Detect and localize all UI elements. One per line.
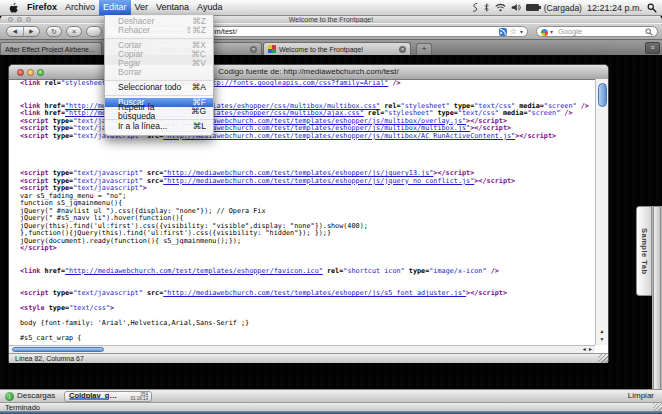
browser-toolbar: ◀ ▶ ↻ × http://mediawebchurch.com/test/ … xyxy=(0,23,662,40)
menu-item-label: Rehacer xyxy=(118,26,150,35)
downloads-bar: ↓ Descargas Coldplay_g… 054 01:16:13 Lim… xyxy=(0,389,662,402)
menu-item-label: Ir a la línea... xyxy=(118,122,167,131)
code-line xyxy=(20,140,595,148)
new-tab-button[interactable]: + xyxy=(416,43,432,55)
tab-close-icon[interactable]: × xyxy=(399,46,406,53)
source-vertical-scrollbar[interactable]: ▲ ▼ xyxy=(595,79,608,345)
rss-icon[interactable] xyxy=(499,28,507,36)
spotlight-icon[interactable] xyxy=(647,3,657,13)
search-magnifier-icon[interactable] xyxy=(645,28,653,36)
source-vscroll-thumb[interactable] xyxy=(598,83,607,107)
source-horizontal-scrollbar[interactable]: ◄ ► xyxy=(9,345,595,353)
source-window-titlebar[interactable]: Código fuente de: http://mediawebchurch.… xyxy=(9,65,608,80)
code-line: <style type="text/css"> xyxy=(20,305,595,313)
bluetooth-icon[interactable] xyxy=(483,2,490,13)
battery-status-label: (Cargada) xyxy=(544,3,582,13)
code-line: <link href="http://mediawebchurch.com/te… xyxy=(20,268,595,276)
home-button[interactable] xyxy=(86,26,102,37)
code-line xyxy=(20,148,595,156)
sample-tab-label: Sample Tab xyxy=(640,228,649,275)
code-line: <script type="text/javascript" src="http… xyxy=(20,290,595,298)
source-code[interactable]: <link rel="stylesheet" type="text/css" h… xyxy=(10,79,595,345)
search-placeholder[interactable]: Google xyxy=(558,27,582,36)
wifi-icon[interactable] xyxy=(495,3,506,12)
source-resize-grip[interactable] xyxy=(598,353,608,363)
source-window-title: Código fuente de: http://mediawebchurch.… xyxy=(9,65,608,79)
minimize-window-button[interactable] xyxy=(27,69,34,76)
tab-list-button[interactable]: ≡ xyxy=(645,42,660,54)
download-item-info: 054 01:16:13 xyxy=(130,393,148,402)
menu-firefox[interactable]: Firefox xyxy=(23,0,61,15)
menu-item-shortcut: ⌘L xyxy=(193,122,206,131)
google-engine-icon[interactable] xyxy=(541,29,548,36)
forward-icon[interactable]: ▶ xyxy=(23,27,40,36)
code-line xyxy=(20,275,595,283)
menu-item-shortcut: ⌘A xyxy=(192,83,206,92)
scroll-up-icon[interactable]: ▲ xyxy=(596,327,608,335)
edit-menu-dropdown: Deshacer⌘ZRehacer⇧⌘ZCortar⌘XCopiar⌘CPega… xyxy=(104,15,214,136)
menu-separator xyxy=(105,80,213,81)
menu-ventana[interactable]: Ventana xyxy=(152,0,193,15)
code-line: </script> xyxy=(20,245,595,253)
menubar-clock[interactable]: 12:21:24 p.m. xyxy=(587,3,642,13)
menu-item-repetir-la-búsqueda[interactable]: Repetir la búsqueda⌘G xyxy=(105,107,213,116)
download-progress-bar xyxy=(69,398,107,400)
menu-ayuda[interactable]: Ayuda xyxy=(193,0,226,15)
window-titlebar[interactable]: Welcome to the Frontpage! xyxy=(0,15,662,23)
url-dropdown-icon[interactable]: ▾ xyxy=(520,28,523,35)
menu-editar[interactable]: Editar xyxy=(99,0,131,15)
menubar-status: (Cargada) 12:21:24 p.m. xyxy=(470,2,662,13)
tab-after-effect-project-airbene[interactable]: After Effect Project Airbene... xyxy=(0,42,102,55)
desktop-screen: Large Inventory Random Products Great Pr… xyxy=(0,0,662,414)
battery-icon[interactable] xyxy=(526,4,539,11)
back-forward-buttons[interactable]: ◀ ▶ xyxy=(6,26,40,37)
bookmark-star-icon[interactable]: ☆ xyxy=(510,28,517,36)
code-line: body {font-family: 'Arial',Helvetica,Ari… xyxy=(20,320,595,328)
menubar-items: FirefoxArchivoEditarVerVentanaAyuda xyxy=(23,0,226,15)
search-engine-dropdown-icon[interactable]: ▾ xyxy=(550,28,553,35)
menu-item-shortcut: ⌘V xyxy=(192,59,206,68)
menubar: FirefoxArchivoEditarVerVentanaAyuda (Car… xyxy=(0,0,662,16)
menu-item-ir-a-la-línea[interactable]: Ir a la línea...⌘L xyxy=(105,122,213,131)
code-line xyxy=(20,155,595,163)
close-window-button[interactable] xyxy=(17,69,24,76)
tab-bar: After Effect Project Airbene......place.… xyxy=(0,39,662,55)
menu-item-seleccionar-todo[interactable]: Seleccionar todo⌘A xyxy=(105,83,213,92)
clear-downloads-button[interactable]: Limpiar xyxy=(628,391,654,400)
menu-ver[interactable]: Ver xyxy=(131,0,153,15)
menu-separator xyxy=(105,95,213,96)
back-icon[interactable]: ◀ xyxy=(7,27,23,36)
search-bar[interactable]: ▾ Google xyxy=(536,26,658,37)
source-statusbar: Línea 82, Columna 67 xyxy=(9,353,608,363)
code-line xyxy=(20,328,595,336)
code-line xyxy=(20,253,595,261)
zoom-window-button[interactable] xyxy=(37,69,44,76)
stop-button[interactable]: × xyxy=(66,26,82,37)
scroll-left-right-icons[interactable]: ◄ ► xyxy=(582,346,593,353)
sample-tab[interactable]: Sample Tab xyxy=(636,206,652,296)
downloads-label[interactable]: Descargas xyxy=(17,391,55,400)
tab-welcome-to-the-frontpage[interactable]: Welcome to the Frontpage!× xyxy=(263,42,411,55)
page-scrollbar[interactable]: ▲ ▼ xyxy=(652,206,662,414)
tab-close-icon[interactable]: × xyxy=(250,46,257,53)
menu-item-borrar: Borrar xyxy=(105,68,213,77)
tab-label: After Effect Project Airbene... xyxy=(5,46,97,53)
source-hscroll-thumb[interactable] xyxy=(12,347,104,352)
scroll-down-icon[interactable]: ▼ xyxy=(596,335,608,343)
menu-item-shortcut: ⇧⌘Z xyxy=(185,26,206,35)
menu-item-rehacer: Rehacer⇧⌘Z xyxy=(105,26,213,35)
downloads-icon[interactable]: ↓ xyxy=(5,392,14,401)
reload-button[interactable]: ↻ xyxy=(46,26,62,37)
menu-item-shortcut: ⌘G xyxy=(191,107,206,116)
apple-menu-icon[interactable] xyxy=(9,2,19,14)
volume-icon[interactable] xyxy=(511,3,521,12)
download-item[interactable]: Coldplay_g… 054 01:16:13 xyxy=(64,391,152,402)
menu-item-label: Seleccionar todo xyxy=(118,83,181,92)
sync-icon[interactable] xyxy=(470,2,478,13)
tab-favicon xyxy=(268,45,276,53)
menu-archivo[interactable]: Archivo xyxy=(61,0,99,15)
code-line: jQuery(document).ready(function(){ s5_jq… xyxy=(20,238,595,246)
source-window[interactable]: Código fuente de: http://mediawebchurch.… xyxy=(8,64,609,362)
page-scrollbar-thumb[interactable] xyxy=(653,206,661,414)
menu-item-label: Repetir la búsqueda xyxy=(118,103,187,121)
